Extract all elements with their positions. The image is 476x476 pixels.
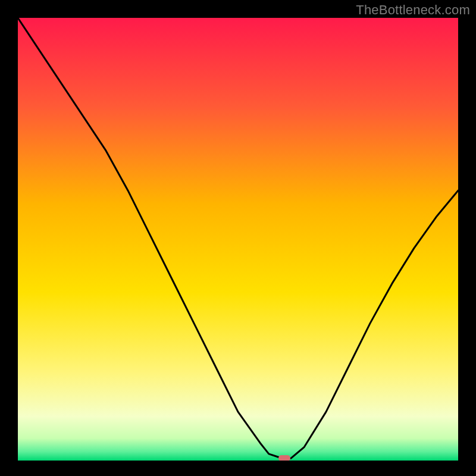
gradient-background: [18, 18, 458, 461]
watermark-text: TheBottleneck.com: [356, 2, 470, 18]
plot-area: [18, 18, 458, 461]
optimum-marker-icon: [278, 455, 290, 461]
bottleneck-chart: [18, 18, 458, 461]
chart-frame: TheBottleneck.com: [0, 0, 476, 476]
